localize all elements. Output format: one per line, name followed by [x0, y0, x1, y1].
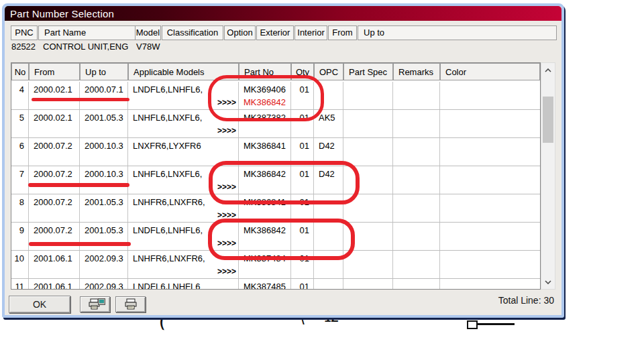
cell-opc: [314, 279, 343, 289]
cell-from: 2000.07.2: [29, 166, 80, 194]
dialog-title-bar[interactable]: Part Number Selection: [5, 6, 561, 21]
cell-opc: [314, 194, 343, 222]
cell-no: 8: [11, 194, 29, 222]
scroll-up-button[interactable]: [541, 63, 555, 77]
print-button[interactable]: [115, 296, 146, 312]
cell-qty: 01: [291, 166, 314, 194]
part-name-value: CONTROL UNIT,ENG: [43, 41, 128, 53]
info-header-classification: Classification: [162, 25, 223, 40]
col-header-partspec: Part Spec: [343, 63, 393, 80]
cell-no: 10: [11, 251, 29, 278]
col-header-models: Applicable Models: [128, 63, 239, 80]
cell-remarks: [393, 110, 440, 137]
table-header-row: No From Up to Applicable Models Part No …: [11, 63, 540, 82]
col-header-partno: Part No: [239, 63, 291, 80]
col-header-no: No: [11, 63, 29, 80]
cell-models: LNHFL6,LNXFL6,>>>>: [128, 110, 239, 137]
table-body: 4 2000.02.1 2000.07.1 LNDFL6,LNHFL6,>>>>…: [11, 82, 540, 289]
cell-color: [440, 279, 540, 289]
col-header-from: From: [29, 63, 80, 80]
cell-qty: 01: [291, 223, 314, 250]
cell-upto: 2001.05.3: [80, 223, 128, 250]
model-value: V78W: [136, 41, 160, 53]
part-number-table: No From Up to Applicable Models Part No …: [11, 62, 541, 290]
ok-button[interactable]: OK: [9, 296, 70, 313]
diagram-leader-line: [477, 323, 515, 325]
supersession-arrows: >>>>: [217, 182, 236, 192]
cell-remarks: [393, 279, 440, 289]
info-header-model: Model: [135, 25, 161, 40]
info-header-exterior: Exterior: [256, 25, 294, 40]
cell-qty: 01: [291, 110, 314, 137]
cell-partno: MK369406MK386842: [239, 82, 291, 109]
cell-partspec: [343, 82, 393, 109]
table-row[interactable]: 4 2000.02.1 2000.07.1 LNDFL6,LNHFL6,>>>>…: [11, 82, 540, 110]
cell-models: LNHFL6,LNXFL6,>>>>: [128, 166, 239, 194]
cell-partspec: [343, 223, 393, 250]
info-header-upto: Up to: [358, 25, 557, 40]
cell-models: LNDFL6,LNHFL6,>>>>: [128, 82, 239, 109]
cell-remarks: [393, 223, 440, 250]
cell-color: [440, 166, 540, 194]
dialog-title: Part Number Selection: [5, 6, 561, 19]
cell-opc: [314, 82, 343, 109]
cell-partspec: [343, 194, 393, 222]
cell-models: LNDFL6,LNHFL6,>>>>: [128, 223, 239, 250]
table-row[interactable]: 5 2000.02.1 2001.05.3 LNHFL6,LNXFL6,>>>>…: [11, 110, 540, 138]
supersession-arrows: >>>>: [217, 126, 236, 135]
screen-badge-icon: [98, 298, 105, 305]
cell-partspec: [343, 251, 393, 278]
table-row[interactable]: 7 2000.07.2 2000.10.3 LNHFL6,LNXFL6,>>>>…: [11, 166, 540, 194]
cell-models: LNHFR6,LNXFR6,>>>>: [128, 251, 239, 278]
cell-partspec: [343, 166, 393, 194]
cell-from: 2000.02.1: [29, 82, 80, 109]
chevron-down-icon: [545, 280, 551, 284]
cell-upto: 2000.10.3: [80, 138, 128, 166]
info-header-from: From: [328, 25, 357, 40]
col-header-opc: OPC: [314, 63, 343, 80]
cell-from: 2000.07.2: [29, 138, 80, 166]
cell-upto: 2000.10.3: [80, 166, 128, 194]
cell-from: 2001.06.1: [29, 279, 80, 289]
cell-partno: MK387382: [239, 110, 291, 137]
cell-from: 2001.06.1: [29, 251, 80, 278]
supersession-arrows: >>>>: [217, 239, 236, 248]
cell-qty: 01: [291, 82, 314, 109]
scrollbar-thumb[interactable]: [543, 97, 553, 143]
cell-no: 9: [11, 223, 29, 250]
chevron-up-icon: [545, 68, 551, 72]
cell-partspec: [343, 110, 393, 137]
cell-partno: MK386841: [239, 138, 291, 166]
cell-from: 2000.07.2: [29, 223, 80, 250]
table-row[interactable]: 11 2001.06.1 2002.09.3 LNDFL6,LNHFL6 MK3…: [11, 279, 540, 289]
supersession-arrows: >>>>: [217, 210, 236, 220]
cell-opc: [314, 223, 343, 250]
cell-no: 6: [11, 138, 29, 166]
table-row[interactable]: 9 2000.07.2 2001.05.3 LNDFL6,LNHFL6,>>>>…: [11, 223, 540, 251]
table-row[interactable]: 10 2001.06.1 2002.09.3 LNHFR6,LNXFR6,>>>…: [11, 251, 540, 279]
cell-models: LNDFL6,LNHFL6: [128, 279, 239, 289]
cell-remarks: [393, 251, 440, 278]
print-preview-button[interactable]: [80, 296, 110, 312]
cell-upto: 2002.09.3: [80, 251, 128, 278]
scroll-down-button[interactable]: [541, 275, 555, 289]
pnc-value: 82522: [11, 41, 36, 53]
cell-remarks: [393, 82, 440, 109]
table-row[interactable]: 6 2000.07.2 2000.10.3 LNXFR6,LYXFR6 MK38…: [11, 138, 540, 166]
cell-partno: MK386841: [239, 194, 291, 222]
superseded-part-number: MK386842: [244, 97, 286, 107]
cell-opc: [314, 251, 343, 278]
cell-from: 2000.02.1: [29, 110, 80, 137]
info-header-part-name: Part Name: [38, 25, 140, 40]
table-row[interactable]: 8 2000.07.2 2001.05.3 LNHFR6,LNXFR6,>>>>…: [11, 194, 540, 223]
cell-opc: D42: [314, 166, 343, 194]
col-header-remarks: Remarks: [393, 63, 440, 80]
cell-opc: AK5: [314, 110, 343, 137]
col-header-qty: Qty: [291, 63, 314, 80]
cell-qty: 01: [291, 251, 314, 278]
cell-color: [440, 251, 540, 278]
col-header-upto: Up to: [80, 63, 128, 80]
table-scrollbar[interactable]: [541, 62, 555, 290]
cell-color: [440, 223, 540, 250]
cell-partno: MK386842: [239, 223, 291, 250]
